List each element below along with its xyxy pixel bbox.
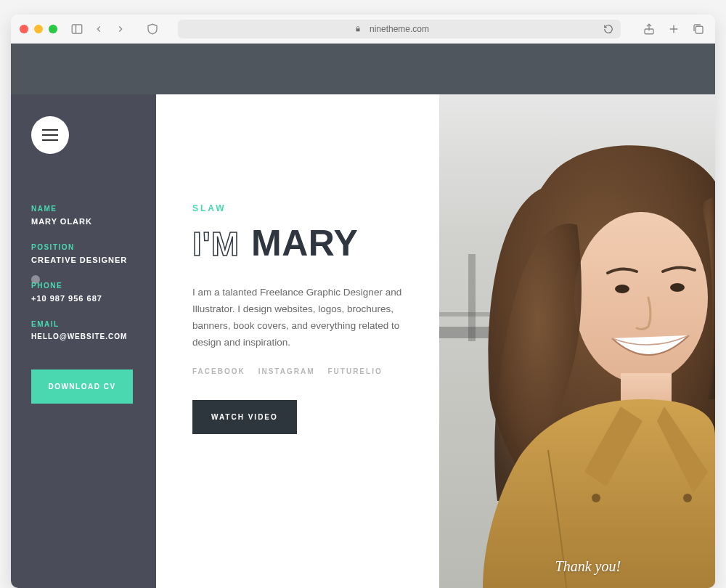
watch-video-label: WATCH VIDEO (211, 413, 278, 421)
name-value: MARY OLARK (31, 217, 136, 226)
phone-value: +10 987 956 687 (31, 294, 136, 303)
download-cv-button[interactable]: DOWNLOAD CV (31, 369, 133, 404)
main: SLAW I'M MARY I am a talanted Freelance … (156, 94, 715, 588)
social-instagram-link[interactable]: INSTAGRAM (258, 367, 315, 375)
svg-point-13 (670, 283, 685, 292)
chrome-right-actions (641, 21, 706, 37)
info-phone: PHONE +10 987 956 687 (31, 282, 136, 303)
email-label: EMAIL (31, 320, 136, 328)
social-futurelio-link[interactable]: FUTURELIO (327, 367, 382, 375)
info-position: POSITION CREATIVE DESIGNER (31, 243, 136, 264)
site-top-band (11, 44, 715, 94)
name-label: NAME (31, 205, 136, 213)
info-email: EMAIL HELLO@WEBSITE.COM (31, 320, 136, 340)
address-url: ninetheme.com (370, 24, 429, 34)
minimize-window-icon[interactable] (34, 25, 43, 33)
hamburger-line-icon (42, 139, 58, 141)
position-value: CREATIVE DESIGNER (31, 256, 136, 264)
svg-point-12 (615, 285, 629, 293)
forward-button-icon[interactable] (113, 21, 129, 37)
eyebrow: SLAW (192, 203, 425, 213)
download-cv-label: DOWNLOAD CV (48, 383, 115, 391)
traffic-lights (20, 25, 57, 33)
close-window-icon[interactable] (20, 25, 28, 33)
phone-label: PHONE (31, 282, 136, 290)
sidebar-toggle-icon[interactable] (69, 21, 85, 37)
position-label: POSITION (31, 243, 136, 251)
social-links: FACEBOOK INSTAGRAM FUTURELIO (192, 367, 425, 375)
bio-text: I am a talanted Freelance Graphic Design… (192, 285, 425, 351)
svg-rect-0 (72, 25, 82, 33)
thank-you-caption: Thank you! (555, 558, 621, 575)
headline: I'M MARY (192, 222, 425, 264)
address-bar[interactable]: ninetheme.com (178, 20, 621, 38)
browser-window: ninetheme.com (11, 15, 715, 588)
maximize-window-icon[interactable] (49, 25, 57, 33)
back-button-icon[interactable] (91, 21, 107, 37)
watch-video-button[interactable]: WATCH VIDEO (192, 400, 297, 434)
tabs-overview-icon[interactable] (690, 21, 706, 37)
svg-point-15 (592, 494, 600, 502)
svg-rect-5 (696, 26, 703, 33)
info-name: NAME MARY OLARK (31, 205, 136, 226)
headline-outline: I'M (192, 224, 240, 264)
svg-point-16 (683, 494, 692, 502)
hamburger-line-icon (42, 129, 58, 131)
hero-content: SLAW I'M MARY I am a talanted Freelance … (156, 94, 439, 588)
lock-icon (354, 25, 362, 33)
browser-chrome: ninetheme.com (11, 15, 715, 44)
reload-icon[interactable] (603, 24, 613, 34)
viewport: NAME MARY OLARK POSITION CREATIVE DESIGN… (11, 44, 715, 588)
menu-button[interactable] (31, 116, 69, 154)
new-tab-icon[interactable] (666, 21, 682, 37)
hero-photo: Thank you! (439, 94, 715, 588)
hamburger-line-icon (42, 134, 58, 136)
email-value: HELLO@WEBSITE.COM (31, 332, 136, 340)
svg-point-11 (574, 212, 708, 383)
social-facebook-link[interactable]: FACEBOOK (192, 367, 245, 375)
sidebar: NAME MARY OLARK POSITION CREATIVE DESIGN… (11, 94, 156, 588)
svg-rect-9 (468, 254, 476, 341)
privacy-shield-icon[interactable] (144, 21, 160, 37)
share-icon[interactable] (641, 21, 657, 37)
page: NAME MARY OLARK POSITION CREATIVE DESIGN… (11, 94, 715, 588)
headline-solid: MARY (251, 222, 358, 264)
